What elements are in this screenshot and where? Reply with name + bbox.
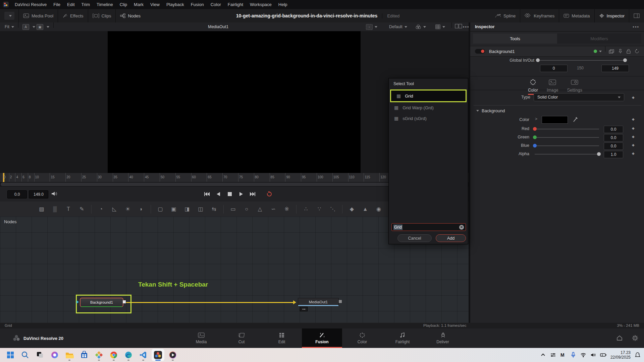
tray-wifi-icon[interactable] — [580, 350, 587, 360]
corner-position-tool-icon[interactable]: ◨ — [183, 205, 192, 214]
tool-list-item-sgrid-sgrd-[interactable]: ▦sGrid (sGrd) — [389, 113, 468, 124]
mute-button[interactable] — [51, 190, 58, 199]
green-slider-track[interactable] — [535, 137, 599, 138]
green-keyframe-icon[interactable]: ◆ — [632, 135, 635, 138]
scrollbar-thumb[interactable] — [1, 183, 399, 186]
add-button[interactable]: Add — [436, 234, 466, 242]
play-button[interactable] — [237, 190, 246, 198]
collapse-panel-button[interactable] — [4, 12, 14, 20]
hue-curves-tool-icon[interactable]: ◗ — [137, 205, 146, 214]
color-controls-button[interactable] — [415, 24, 426, 29]
tray-m-icon[interactable]: M — [559, 350, 567, 360]
subtab-settings[interactable]: Settings — [567, 79, 582, 95]
particle-emitter-tool-icon[interactable]: ∴ — [302, 205, 310, 214]
menu-item-trim[interactable]: Trim — [78, 0, 94, 9]
inspector-button[interactable]: Inspector — [595, 9, 629, 22]
buffer-select-icon[interactable]: ▣ — [37, 24, 43, 30]
menu-item-clip[interactable]: Clip — [116, 0, 130, 9]
file-explorer-taskbar-icon[interactable] — [63, 349, 76, 361]
dve-tool-icon[interactable]: ▣ — [169, 205, 178, 214]
text-plus-tool-icon[interactable]: T — [64, 205, 73, 214]
page-edit[interactable]: Edit — [262, 328, 302, 348]
notification-bell-icon[interactable]: z — [635, 352, 641, 358]
layout-presets-button[interactable] — [629, 9, 644, 22]
page-fairlight[interactable]: Fairlight — [382, 328, 423, 348]
current-time-field[interactable]: 0.0 — [7, 190, 27, 198]
menu-item-file[interactable]: File — [50, 0, 64, 9]
vscode-taskbar-icon[interactable] — [137, 349, 150, 361]
channel-select-icon[interactable]: A — [22, 24, 29, 30]
clear-search-icon[interactable]: ✕ — [459, 225, 464, 230]
fastnoise-tool-icon[interactable]: ▒ — [51, 205, 59, 214]
roi-button[interactable]: ▫ — [366, 24, 377, 30]
media-player-taskbar-icon[interactable] — [166, 349, 179, 361]
tray-chevron-icon[interactable] — [539, 350, 547, 360]
stop-button[interactable] — [225, 190, 234, 198]
media-pool-button[interactable]: Media Pool — [19, 9, 58, 22]
background1-node[interactable]: Background1 — [80, 298, 123, 307]
loop-button[interactable] — [265, 190, 274, 198]
magic-wand-mask-tool-icon[interactable]: ※ — [282, 205, 291, 214]
menu-item-edit[interactable]: Edit — [64, 0, 78, 9]
global-in-field[interactable]: 0 — [540, 65, 568, 72]
microsoft-store-taskbar-icon[interactable] — [78, 349, 91, 361]
page-media[interactable]: Media — [181, 328, 221, 348]
davinci-resolve-taskbar-icon[interactable] — [152, 349, 164, 361]
menu-item-color[interactable]: Color — [207, 0, 224, 9]
pin-icon[interactable] — [618, 49, 623, 54]
menu-item-playback[interactable]: Playback — [163, 0, 187, 9]
chrome-taskbar-icon[interactable] — [107, 349, 120, 361]
davinci-logo-icon[interactable] — [3, 2, 9, 7]
tool-list-item-grid[interactable]: ▦Grid — [390, 89, 467, 102]
tool-search-input[interactable]: Grid ✕ — [391, 223, 466, 231]
node-color-dot[interactable] — [594, 50, 597, 53]
page-color[interactable]: Color — [342, 328, 382, 348]
metadata-button[interactable]: Metadata — [559, 9, 594, 22]
tray-battery-icon[interactable] — [600, 350, 607, 360]
paint-tool-icon[interactable]: ✎ — [77, 205, 86, 214]
gear-icon[interactable] — [632, 335, 638, 341]
background1-input-connector[interactable] — [76, 300, 79, 304]
red-keyframe-icon[interactable]: ◆ — [632, 126, 635, 130]
blue-slider-handle[interactable] — [533, 144, 537, 147]
quality-select[interactable]: Default — [389, 24, 407, 29]
node-connection[interactable] — [126, 302, 294, 303]
type-keyframe-icon[interactable]: ◆ — [632, 96, 635, 99]
global-slider-out-handle[interactable] — [623, 58, 627, 62]
background1-output-connector[interactable] — [123, 300, 126, 303]
dual-viewer-button[interactable] — [455, 24, 462, 30]
brightness-contrast-tool-icon[interactable]: ☀ — [123, 205, 132, 214]
image-plane-3d-tool-icon[interactable]: ◆ — [347, 205, 356, 214]
resize-tool-icon[interactable]: ⇆ — [210, 205, 218, 214]
page-fusion[interactable]: Fusion — [302, 328, 342, 348]
tab-tools[interactable]: Tools — [473, 34, 557, 44]
render-3d-tool-icon[interactable]: ◉ — [374, 205, 383, 214]
color-keyframe-icon[interactable]: ◆ — [632, 117, 635, 121]
nodes-button[interactable]: Nodes — [116, 9, 145, 22]
lock-icon[interactable] — [627, 49, 631, 54]
tab-modifiers[interactable]: Modifiers — [557, 34, 641, 44]
task-view-taskbar-icon[interactable] — [34, 349, 46, 361]
effects-button[interactable]: Effects — [58, 9, 88, 22]
node-color-caret[interactable] — [599, 51, 602, 52]
guides-button[interactable] — [435, 24, 445, 29]
play-reverse-button[interactable] — [214, 190, 223, 198]
color-swatch[interactable] — [542, 116, 568, 124]
subtab-image[interactable]: Image — [547, 79, 558, 95]
versions-icon[interactable] — [609, 49, 614, 54]
global-out-field[interactable]: 149 — [601, 65, 629, 72]
red-value-field[interactable]: 0.0 — [604, 126, 623, 133]
menu-item-timeline[interactable]: Timeline — [93, 0, 116, 9]
tray-mixer-icon[interactable] — [549, 350, 557, 360]
green-slider-handle[interactable] — [533, 135, 537, 139]
global-slider-track[interactable] — [537, 60, 626, 61]
alpha-value-field[interactable]: 1.0 — [604, 151, 623, 158]
cancel-button[interactable]: Cancel — [397, 234, 432, 242]
menu-item-view[interactable]: View — [147, 0, 163, 9]
taskbar-clock[interactable]: 17.23 22/09/2025 — [610, 350, 631, 360]
mediaout1-node[interactable]: MediaOut1 — [298, 298, 339, 306]
menu-item-fusion[interactable]: Fusion — [187, 0, 207, 9]
color-expand-caret[interactable]: > — [535, 117, 537, 121]
end-time-field[interactable]: 149.0 — [29, 190, 48, 198]
blue-keyframe-icon[interactable]: ◆ — [632, 143, 635, 147]
